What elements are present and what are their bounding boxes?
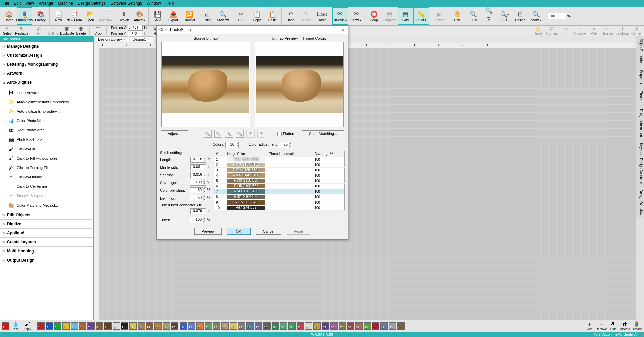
swatch-5[interactable]: 5	[71, 322, 78, 330]
item-reef-photostitch[interactable]: ▦Reef PhotoStitch	[0, 125, 93, 135]
center-button[interactable]: ⊕Center	[630, 26, 643, 35]
swatch-33[interactable]: 33	[305, 322, 312, 330]
dock-tab-design-information[interactable]: Design Information	[636, 106, 644, 140]
swatch-14[interactable]: 14	[146, 322, 153, 330]
section-manage-designs[interactable]: ▷Manage Designs	[0, 42, 93, 51]
item-click-to-fill[interactable]: 🖌Click-to-Fill	[0, 144, 93, 154]
coverage-spinner[interactable]: 100	[190, 180, 206, 186]
section-auto-digitize[interactable]: ◢Auto-Digitize	[0, 78, 93, 87]
cancel-button[interactable]: Cancel	[256, 228, 281, 235]
section-digitize[interactable]: ▷Digitize	[0, 220, 93, 229]
swatch-11[interactable]: 11	[121, 322, 128, 330]
swatch-6[interactable]: 6	[79, 322, 86, 330]
item-auto-digitize-instant-embroidery[interactable]: ✨Auto-digitize Instant Embroidery	[0, 97, 93, 107]
swatch-32[interactable]: 32	[297, 322, 304, 330]
swatch-35[interactable]: 35	[322, 322, 329, 330]
close-tab-icon[interactable]: ✕	[147, 38, 150, 41]
swatch-21[interactable]: 21	[205, 322, 212, 330]
undo-icon[interactable]: ↶	[246, 130, 255, 138]
print-button[interactable]: 🖨Print	[199, 7, 215, 25]
section-create-layouts[interactable]: ▷Create Layouts	[0, 238, 93, 247]
color-row[interactable]: 1R230 G251 B252100	[214, 157, 345, 162]
swatch-9[interactable]: 9	[104, 322, 112, 330]
swatch-44[interactable]: 44	[397, 322, 405, 330]
zoom-input[interactable]	[548, 13, 566, 19]
add-button[interactable]: +Add	[584, 321, 595, 331]
crop-button[interactable]: ⬚Crop	[92, 26, 104, 35]
100--button[interactable]: 🔍100%	[465, 7, 481, 25]
swatch-26[interactable]: 26	[246, 322, 254, 330]
new-from-button[interactable]: 📑New From	[66, 7, 82, 25]
swatch-27[interactable]: 27	[255, 322, 262, 330]
hand-button[interactable]: ✋Hand	[531, 26, 544, 35]
corners-button[interactable]: ◰Corners	[546, 26, 558, 35]
artwork-button[interactable]: 🎨Artwork	[132, 7, 147, 25]
dock-tab-threads[interactable]: Threads	[636, 88, 644, 106]
swatch-28[interactable]: 28	[263, 322, 271, 330]
zoom-out-icon[interactable]: 🔍	[214, 130, 222, 138]
redo-icon[interactable]: ↷	[257, 130, 265, 138]
dock-tab-keyboard-design-collection[interactable]: Keyboard Design Collection	[636, 140, 644, 187]
swatch-25[interactable]: 25	[238, 322, 245, 330]
swatch-29[interactable]: 29	[272, 322, 279, 330]
swatch-43[interactable]: 43	[389, 322, 396, 330]
section-multi-hooping[interactable]: ▷Multi-Hooping	[0, 247, 93, 256]
zoom--button[interactable]: 🔍Zoom ▾	[528, 7, 544, 25]
zoom-fit-icon[interactable]: 🔍	[225, 130, 233, 138]
trim-connector-spinner[interactable]: 0.079	[190, 208, 206, 214]
position-y-input[interactable]	[128, 31, 142, 36]
reset-button[interactable]: Reset	[287, 228, 310, 235]
in-button[interactable]: 🔍+In	[481, 7, 497, 25]
item-color-matching-method-[interactable]: 🎨Color Matching Method...	[0, 201, 93, 210]
item-click-to-outline[interactable]: ○Click-to-Outline	[0, 172, 93, 182]
swatch-1[interactable]: 1	[37, 322, 45, 330]
menu-machine[interactable]: Machine	[58, 1, 73, 6]
item-click-to-fill-without-holes[interactable]: 🖌Click-to-Fill without holes	[0, 154, 93, 163]
swatch-22[interactable]: 22	[213, 322, 220, 330]
tab-design1[interactable]: Design1✕	[130, 36, 153, 42]
item-insert-artwork-[interactable]: 🖼Insert Artwork...	[0, 88, 93, 97]
library-button[interactable]: 📚Library	[32, 7, 48, 25]
reshape-button[interactable]: ✎Reshape	[15, 26, 28, 35]
flatten-checkbox[interactable]: Flatten	[277, 132, 294, 136]
new-button[interactable]: 📄New	[51, 7, 66, 25]
swatch-20[interactable]: 20	[196, 322, 204, 330]
dock-tab-sequence[interactable]: Sequence	[636, 67, 644, 88]
swatch-17[interactable]: 17	[171, 322, 178, 330]
menu-window[interactable]: Window	[147, 1, 161, 6]
rulers-button[interactable]: 📏Rulers	[413, 7, 429, 25]
delete-button[interactable]: 🗑Delete	[75, 26, 87, 35]
section-artwork[interactable]: ▷Artwork	[0, 69, 93, 78]
definition-spinner[interactable]: 50	[190, 195, 206, 201]
outline-button[interactable]: ○Outline	[47, 26, 59, 35]
swatch-7[interactable]: 7	[87, 322, 95, 330]
underlay-button[interactable]: ≡Underlay	[574, 26, 586, 35]
menu-design-settings[interactable]: Design Settings	[78, 1, 106, 6]
pan-button[interactable]: ✋Pan	[449, 7, 465, 25]
player-button[interactable]: ▶Player	[431, 7, 447, 25]
preview-button[interactable]: Preview	[194, 228, 221, 235]
pick-button[interactable]: 💧Pick	[10, 321, 21, 331]
grid-button[interactable]: ▦Grid	[398, 7, 413, 25]
recent--button[interactable]: 🕒Recent ▾	[98, 7, 114, 25]
section-output-design[interactable]: ▷Output Design	[0, 256, 93, 265]
cut-button[interactable]: ✂Cut	[233, 7, 249, 25]
item-auto-digitize-embroidery-[interactable]: ✨Auto-digitize Embroidery...	[0, 107, 93, 116]
open-button[interactable]: 📂Open	[82, 7, 98, 25]
preview-button[interactable]: 🔍Preview	[215, 7, 231, 25]
color-row[interactable]: 2R193 G187 B162100	[214, 162, 345, 168]
swatch-41[interactable]: 41	[372, 322, 379, 330]
out-button[interactable]: 🔍-Out	[497, 7, 512, 25]
swatch-2[interactable]: 2	[46, 322, 53, 330]
threads-button[interactable]: 🧵Threads	[631, 321, 642, 331]
save-button[interactable]: 💾Save	[150, 7, 165, 25]
discard-button[interactable]: 🗑Discard	[620, 321, 630, 331]
swatch-18[interactable]: 18	[180, 322, 187, 330]
border-button[interactable]: ▭Border	[602, 26, 615, 35]
menu-software-settings[interactable]: Software Settings	[111, 1, 142, 6]
swatch-34[interactable]: 34	[313, 322, 321, 330]
section-customize-design[interactable]: ▷Customize Design	[0, 51, 93, 60]
item-click-to-turning-fill[interactable]: 🖌Click-to-Turning Fill	[0, 163, 93, 172]
swatch-24[interactable]: 24	[230, 322, 237, 330]
cancel-button[interactable]: EscCancel	[314, 7, 330, 25]
